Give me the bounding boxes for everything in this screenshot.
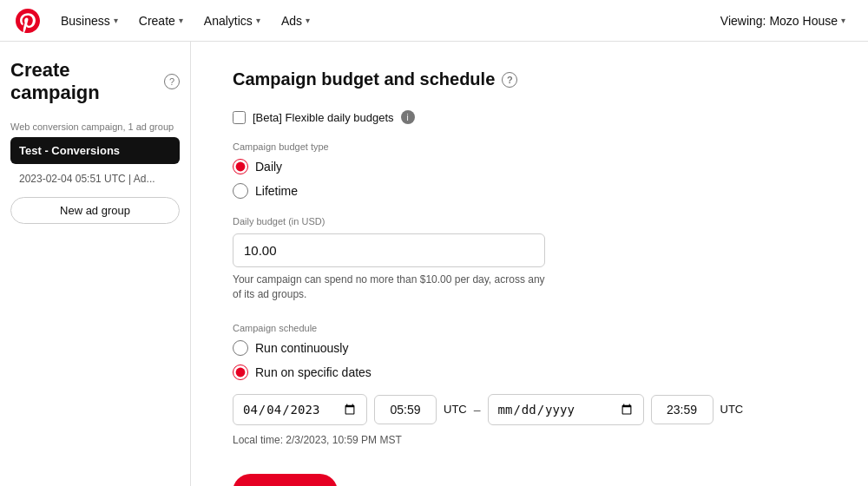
radio-specific-dates[interactable]	[233, 364, 248, 380]
daily-budget-label: Daily budget (in USD)	[233, 216, 826, 227]
beta-checkbox-row: [Beta] Flexible daily budgets i	[233, 110, 826, 124]
dash-label: –	[474, 403, 481, 417]
viewing-chevron-icon: ▾	[841, 16, 845, 25]
radio-lifetime-label: Lifetime	[255, 184, 298, 198]
utc-label-start: UTC	[444, 403, 467, 416]
nav-viewing-label: Viewing: Mozo House	[720, 14, 838, 28]
radio-continuously-row[interactable]: Run continuously	[233, 340, 826, 356]
budget-type-label: Campaign budget type	[233, 141, 826, 152]
schedule-section: Campaign schedule Run continuously Run o…	[233, 323, 826, 446]
campaign-sub: 2023-02-04 05:51 UTC | Ad...	[10, 167, 180, 190]
section-title-area: Campaign budget and schedule ?	[233, 69, 826, 89]
nav-viewing[interactable]: Viewing: Mozo House ▾	[712, 9, 854, 33]
ads-chevron-icon: ▾	[306, 16, 310, 25]
section-title-text: Campaign budget and schedule	[233, 69, 495, 89]
business-chevron-icon: ▾	[114, 16, 118, 25]
end-date-input[interactable]	[488, 394, 644, 425]
continue-button[interactable]: Continue	[233, 474, 338, 486]
create-chevron-icon: ▾	[179, 16, 183, 25]
page-title-help-icon[interactable]: ?	[164, 74, 180, 89]
page-title: Create campaign	[10, 59, 157, 104]
page-title-area: Create campaign ?	[10, 59, 180, 104]
nav-item-ads[interactable]: Ads ▾	[273, 9, 319, 33]
budget-hint: Your campaign can spend no more than $10…	[233, 273, 545, 302]
nav-create-label: Create	[139, 14, 175, 28]
campaign-label: Web conversion campaign, 1 ad group	[10, 122, 180, 132]
local-time-label: Local time: 2/3/2023, 10:59 PM MST	[233, 434, 826, 446]
section-help-icon[interactable]: ?	[502, 72, 517, 88]
radio-continuously[interactable]	[233, 340, 248, 356]
nav-analytics-label: Analytics	[204, 14, 253, 28]
schedule-radio-group: Run continuously Run on specific dates	[233, 340, 826, 380]
analytics-chevron-icon: ▾	[256, 16, 260, 25]
radio-daily[interactable]	[233, 159, 248, 174]
beta-info-icon[interactable]: i	[401, 110, 415, 124]
radio-specific-dates-label: Run on specific dates	[255, 365, 372, 379]
navbar: Business ▾ Create ▾ Analytics ▾ Ads ▾ Vi…	[0, 0, 868, 42]
daily-budget-row: Daily budget (in USD) Your campaign can …	[233, 216, 826, 302]
schedule-label: Campaign schedule	[233, 323, 826, 333]
start-time-input[interactable]	[374, 395, 437, 424]
beta-checkbox-label[interactable]: [Beta] Flexible daily budgets	[253, 111, 394, 124]
budget-type-radio-group: Daily Lifetime	[233, 159, 826, 199]
beta-checkbox[interactable]	[233, 111, 246, 124]
nav-ads-label: Ads	[281, 14, 302, 28]
start-date-input[interactable]	[233, 394, 367, 425]
nav-item-business[interactable]: Business ▾	[52, 9, 127, 33]
pinterest-logo[interactable]	[14, 7, 42, 35]
datetime-row: UTC – UTC	[233, 394, 826, 425]
radio-specific-dates-row[interactable]: Run on specific dates	[233, 364, 826, 380]
nav-business-label: Business	[61, 14, 110, 28]
nav-item-analytics[interactable]: Analytics ▾	[195, 9, 269, 33]
radio-daily-row[interactable]: Daily	[233, 159, 826, 174]
nav-item-create[interactable]: Create ▾	[130, 9, 192, 33]
campaign-item[interactable]: Test - Conversions	[10, 137, 180, 164]
radio-lifetime-row[interactable]: Lifetime	[233, 183, 826, 199]
main-layout: Create campaign ? Web conversion campaig…	[0, 42, 868, 486]
radio-lifetime[interactable]	[233, 183, 248, 199]
radio-continuously-label: Run continuously	[255, 341, 348, 355]
daily-budget-input[interactable]	[233, 233, 545, 267]
content-area: Campaign budget and schedule ? [Beta] Fl…	[191, 42, 868, 486]
end-time-input[interactable]	[651, 395, 713, 424]
new-ad-group-button[interactable]: New ad group	[10, 197, 180, 224]
sidebar: Create campaign ? Web conversion campaig…	[0, 42, 191, 486]
radio-daily-label: Daily	[255, 160, 282, 174]
utc-label-end: UTC	[720, 403, 744, 416]
